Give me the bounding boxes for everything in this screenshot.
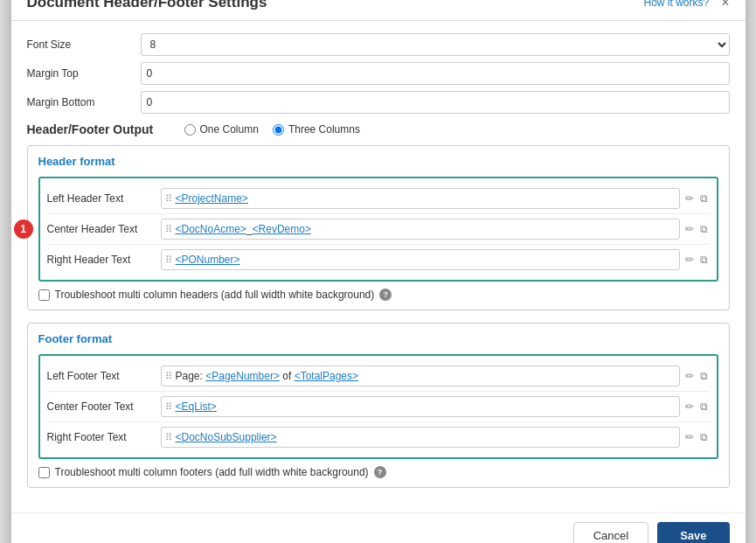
right-header-edit-icon[interactable]: ✏ xyxy=(683,253,696,267)
left-footer-input-wrapper[interactable]: ⠿ Page: <PageNumber> of <TotalPages> xyxy=(161,365,680,386)
how-it-works-link[interactable]: How it works? xyxy=(643,0,709,9)
three-columns-radio[interactable] xyxy=(273,124,284,136)
right-footer-edit-icon[interactable]: ✏ xyxy=(683,430,696,444)
right-header-actions: ✏ ⧉ xyxy=(683,253,710,267)
center-footer-copy-icon[interactable]: ⧉ xyxy=(698,400,710,414)
dialog-header: Document Header/Footer Settings How it w… xyxy=(11,0,746,21)
left-footer-value: Page: <PageNumber> of <TotalPages> xyxy=(176,370,676,382)
radio-group: One Column Three Columns xyxy=(184,123,360,136)
left-footer-label: Left Footer Text xyxy=(47,370,161,382)
center-header-copy-icon[interactable]: ⧉ xyxy=(698,222,710,236)
header-format-title: Header format xyxy=(38,155,718,168)
right-footer-row: Right Footer Text ⠿ <DocNoSubSupplier> ✏… xyxy=(47,422,710,452)
footer-fields-box: Left Footer Text ⠿ Page: <PageNumber> of… xyxy=(38,354,718,459)
left-header-copy-icon[interactable]: ⧉ xyxy=(698,191,710,205)
one-column-radio-label[interactable]: One Column xyxy=(184,123,259,136)
center-footer-edit-icon[interactable]: ✏ xyxy=(683,400,696,414)
center-footer-row: Center Footer Text ⠿ <EqList> ✏ ⧉ xyxy=(47,392,710,422)
left-header-input-wrapper[interactable]: ⠿ <ProjectName> xyxy=(161,188,680,209)
right-footer-input-wrapper[interactable]: ⠿ <DocNoSubSupplier> xyxy=(161,427,680,448)
center-header-row: Center Header Text ⠿ <DocNoAcme>_<RevDem… xyxy=(47,214,710,245)
cancel-button[interactable]: Cancel xyxy=(573,522,648,543)
margin-bottom-row: Margin Bottom xyxy=(27,91,730,114)
grid-icon-left-header: ⠿ xyxy=(165,193,172,205)
footer-troubleshoot-row: Troubleshoot multi column footers (add f… xyxy=(38,466,718,478)
left-footer-row: Left Footer Text ⠿ Page: <PageNumber> of… xyxy=(47,361,710,392)
header-fields-box: 1 Left Header Text ⠿ <ProjectName> ✏ ⧉ xyxy=(38,177,718,282)
center-header-actions: ✏ ⧉ xyxy=(683,222,710,236)
save-button[interactable]: Save xyxy=(657,522,729,543)
output-section-row: Header/Footer Output One Column Three Co… xyxy=(27,122,730,136)
header-troubleshoot-checkbox[interactable] xyxy=(38,289,50,301)
font-size-row: Font Size 8 xyxy=(27,33,730,56)
one-column-radio[interactable] xyxy=(184,124,196,136)
right-footer-value: <DocNoSubSupplier> xyxy=(176,431,676,443)
header-format-section: Header format 1 Left Header Text ⠿ <Proj… xyxy=(27,145,730,310)
footer-format-title: Footer format xyxy=(38,332,718,345)
margin-bottom-label: Margin Bottom xyxy=(27,96,141,108)
left-header-row: Left Header Text ⠿ <ProjectName> ✏ ⧉ xyxy=(47,184,710,214)
margin-top-label: Margin Top xyxy=(27,67,141,80)
output-section-label: Header/Footer Output xyxy=(27,122,184,136)
dialog-body: Font Size 8 Margin Top Margin Bottom Hea… xyxy=(11,21,746,512)
three-columns-label: Three Columns xyxy=(288,123,360,136)
right-header-input-wrapper[interactable]: ⠿ <PONumber> xyxy=(161,249,680,270)
left-header-label: Left Header Text xyxy=(47,192,161,205)
header-troubleshoot-label: Troubleshoot multi column headers (add f… xyxy=(55,289,375,301)
left-footer-actions: ✏ ⧉ xyxy=(683,369,710,383)
close-button[interactable]: × xyxy=(721,0,729,10)
footer-format-section: Footer format Left Footer Text ⠿ Page: <… xyxy=(27,323,730,488)
font-size-select[interactable]: 8 xyxy=(141,33,730,56)
grid-icon-center-header: ⠿ xyxy=(165,224,172,235)
grid-icon-right-footer: ⠿ xyxy=(165,432,172,443)
center-header-value: <DocNoAcme>_<RevDemo> xyxy=(176,223,676,235)
center-header-input-wrapper[interactable]: ⠿ <DocNoAcme>_<RevDemo> xyxy=(161,219,680,240)
left-footer-edit-icon[interactable]: ✏ xyxy=(683,369,696,383)
dialog-title: Document Header/Footer Settings xyxy=(27,0,267,11)
center-header-label: Center Header Text xyxy=(47,223,161,235)
grid-icon-center-footer: ⠿ xyxy=(165,401,172,413)
center-footer-input-wrapper[interactable]: ⠿ <EqList> xyxy=(161,396,680,417)
right-footer-label: Right Footer Text xyxy=(47,431,161,443)
one-column-label: One Column xyxy=(200,123,259,136)
right-header-value: <PONumber> xyxy=(176,254,676,266)
footer-troubleshoot-label: Troubleshoot multi column footers (add f… xyxy=(55,466,369,478)
grid-icon-left-footer: ⠿ xyxy=(165,371,172,382)
three-columns-radio-label[interactable]: Three Columns xyxy=(273,123,360,136)
margin-bottom-input[interactable] xyxy=(141,91,730,114)
center-footer-actions: ✏ ⧉ xyxy=(683,400,710,414)
right-footer-actions: ✏ ⧉ xyxy=(683,430,710,444)
footer-troubleshoot-checkbox[interactable] xyxy=(38,467,50,478)
center-footer-value: <EqList> xyxy=(176,400,676,413)
font-size-label: Font Size xyxy=(27,38,141,51)
badge-1: 1 xyxy=(14,219,33,239)
header-help-icon[interactable]: ? xyxy=(379,289,392,301)
grid-icon-right-header: ⠿ xyxy=(165,254,172,266)
margin-top-row: Margin Top xyxy=(27,62,730,85)
footer-buttons: Cancel Save xyxy=(11,512,746,543)
right-header-row: Right Header Text ⠿ <PONumber> ✏ ⧉ xyxy=(47,245,710,275)
left-header-actions: ✏ ⧉ xyxy=(683,191,710,205)
center-footer-label: Center Footer Text xyxy=(47,400,161,413)
footer-help-icon[interactable]: ? xyxy=(374,466,386,478)
center-header-edit-icon[interactable]: ✏ xyxy=(683,222,696,236)
left-header-value: <ProjectName> xyxy=(176,192,676,205)
right-footer-copy-icon[interactable]: ⧉ xyxy=(698,430,710,444)
right-header-label: Right Header Text xyxy=(47,254,161,266)
left-header-edit-icon[interactable]: ✏ xyxy=(683,191,696,205)
header-troubleshoot-row: Troubleshoot multi column headers (add f… xyxy=(38,289,718,301)
document-header-footer-dialog: Document Header/Footer Settings How it w… xyxy=(11,0,746,543)
margin-top-input[interactable] xyxy=(141,62,730,85)
dialog-header-right: How it works? × xyxy=(643,0,729,10)
left-footer-copy-icon[interactable]: ⧉ xyxy=(698,369,710,383)
right-header-copy-icon[interactable]: ⧉ xyxy=(698,253,710,267)
